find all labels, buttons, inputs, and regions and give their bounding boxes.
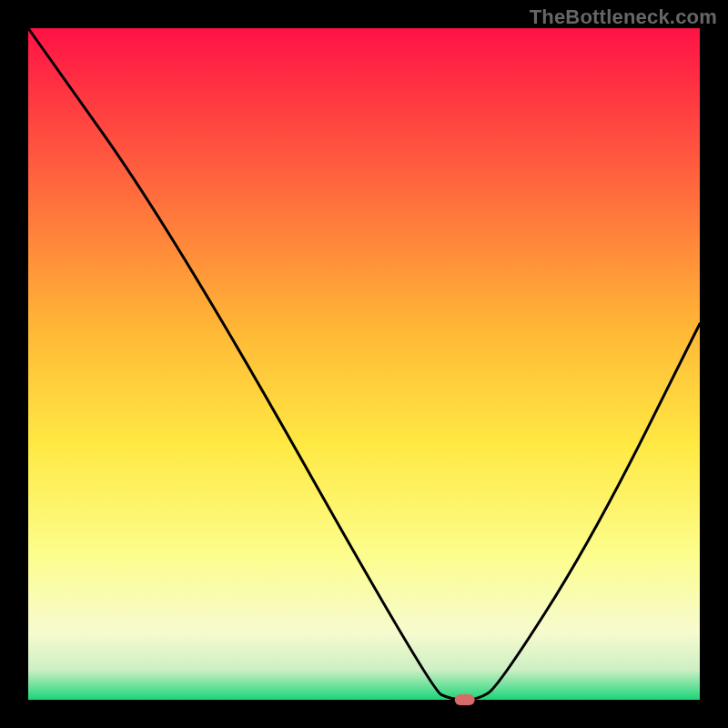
optimal-marker: [455, 694, 475, 705]
chart-plot-bg: [28, 28, 700, 700]
bottleneck-chart: TheBottleneck.com: [0, 0, 728, 728]
chart-svg: [0, 0, 728, 728]
watermark-text: TheBottleneck.com: [530, 5, 717, 29]
